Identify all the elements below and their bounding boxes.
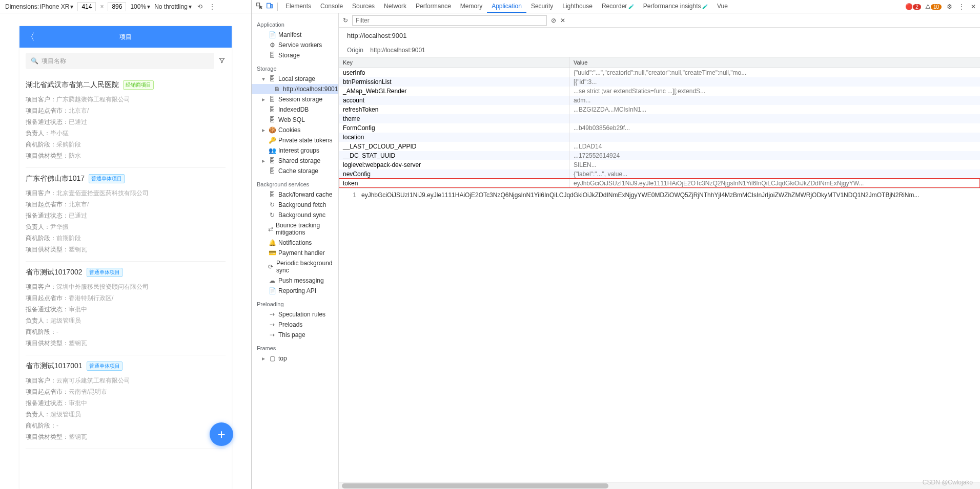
filter-input[interactable]	[352, 15, 547, 26]
rotate-icon[interactable]: ⟲	[196, 3, 204, 11]
warn-badge[interactable]: ⚠10	[925, 3, 942, 10]
sidebar-item[interactable]: ▸🗄Shared storage	[252, 156, 338, 166]
sidebar-item[interactable]: ▸🍪Cookies	[252, 125, 338, 135]
sidebar-item[interactable]: 🗎http://localhost:9001	[252, 84, 338, 94]
table-row[interactable]: _AMap_WebGLRender...se strict ;var exten…	[339, 87, 980, 96]
sidebar-item[interactable]: ⇢Preloads	[252, 320, 338, 330]
more-icon[interactable]: ⋮	[957, 2, 966, 11]
tab-vue[interactable]: Vue	[712, 1, 732, 13]
table-row[interactable]: nevConfig{"label":"...", value...	[339, 169, 980, 179]
sidebar-item[interactable]: 💳Payment handler	[252, 248, 338, 258]
project-item[interactable]: 广东省佛山市1017普通单体项目项目客户：北京壹佰壹拾壹医药科技有限公司项目起点…	[26, 168, 226, 262]
filter-icon[interactable]	[218, 57, 226, 66]
project-item[interactable]: 湖北省武汉市省第二人民医院经销商项目项目客户：广东腾越装饰工程有限公司项目起点省…	[26, 74, 226, 168]
sidebar-group: Storage	[252, 63, 338, 74]
throttle-dropdown[interactable]: No throttling▾	[154, 3, 192, 10]
tab-performance-insights[interactable]: Performance insights 🧪	[639, 1, 712, 13]
error-badge[interactable]: 🔴2	[905, 3, 921, 10]
sidebar-item[interactable]: 👥Interest groups	[252, 145, 338, 156]
tab-recorder[interactable]: Recorder 🧪	[597, 1, 639, 13]
table-row[interactable]: theme	[339, 114, 980, 123]
project-name: 湖北省武汉市省第二人民医院	[26, 80, 119, 90]
close-icon[interactable]: ✕	[970, 2, 977, 11]
sidebar-item[interactable]: ☁Push messaging	[252, 275, 338, 286]
tab-lighthouse[interactable]: Lighthouse	[558, 1, 597, 13]
tab-application[interactable]: Application	[487, 1, 526, 13]
tab-sources[interactable]: Sources	[348, 1, 379, 13]
table-row[interactable]: accountadm...	[339, 96, 980, 105]
cell-key: userInfo	[339, 68, 569, 77]
search-input[interactable]: 🔍 项目名称	[26, 53, 214, 69]
more-icon[interactable]: ⋮	[208, 3, 216, 11]
sidebar-item[interactable]: ⇢Speculation rules	[252, 309, 338, 320]
width-input[interactable]	[77, 2, 96, 11]
scroll-thumb[interactable]	[342, 483, 608, 488]
zoom-dropdown[interactable]: 100%▾	[130, 3, 150, 10]
inspect-icon[interactable]	[255, 1, 264, 12]
tab-performance[interactable]: Performance	[411, 1, 456, 13]
table-row[interactable]: userInfo{"uuid":"...","creatorId":null,"…	[339, 68, 980, 77]
table-row[interactable]: tokeneyJhbGciOiJSUzI1NiJ9.eyJle1111HAiOj…	[339, 179, 980, 188]
sidebar-item[interactable]: 🗄Cache storage	[252, 166, 338, 176]
table-row[interactable]: location	[339, 133, 980, 142]
sidebar-item[interactable]: 📄Manifest	[252, 30, 338, 40]
table-row[interactable]: btnPermissionList[{"id":3...	[339, 77, 980, 87]
tab-memory[interactable]: Memory	[456, 1, 487, 13]
table-row[interactable]: __LAST_DCLOUD_APPID...LDAD14	[339, 142, 980, 151]
close-icon[interactable]: ✕	[560, 17, 565, 24]
sidebar-item[interactable]: 🗄Storage	[252, 50, 338, 60]
table-row[interactable]: FormConfig...b49b03856eb29f...	[339, 123, 980, 133]
tab-elements[interactable]: Elements	[281, 1, 316, 13]
value-viewer[interactable]: 1eyJhbGciOiJSUzI1NiJ9.eyJle1111HAiOjE2OT…	[339, 188, 980, 482]
sidebar-item[interactable]: ↻Background fetch	[252, 200, 338, 210]
project-item[interactable]: 省市测试1017001普通单体项目项目客户：云南可乐建筑工程有限公司项目起点省市…	[26, 355, 226, 449]
sidebar-item[interactable]: 🔔Notifications	[252, 238, 338, 248]
refresh-icon[interactable]: ↻	[343, 17, 348, 24]
cell-key: token	[339, 179, 569, 188]
device-viewport: 〈 项目 🔍 项目名称 湖北省武汉市省第二人民医院经销商项目项目客户：广东腾越装…	[0, 13, 251, 489]
sidebar-item[interactable]: 🔑Private state tokens	[252, 135, 338, 145]
height-input[interactable]	[108, 2, 126, 11]
add-button[interactable]: +	[210, 422, 233, 446]
devtools: ElementsConsoleSourcesNetworkPerformance…	[251, 0, 980, 489]
sidebar-item[interactable]: ▸🗄Session storage	[252, 94, 338, 104]
cell-value: ...172552614924	[569, 151, 980, 160]
cell-value: eyJhbGciOiJSUzI1NiJ9.eyJle1111HAiOjE2OTc…	[569, 179, 980, 188]
col-value[interactable]: Value	[569, 57, 980, 68]
cell-value	[569, 133, 980, 142]
tab-console[interactable]: Console	[316, 1, 348, 13]
sidebar-item[interactable]: ▾🗄Local storage	[252, 74, 338, 84]
project-item[interactable]: 省市测试1017002普通单体项目项目客户：深圳中外服移民投资顾问有限公司项目起…	[26, 262, 226, 355]
sidebar-item[interactable]: ⇄Bounce tracking mitigations	[252, 220, 338, 238]
sidebar-item[interactable]: 🗄Web SQL	[252, 115, 338, 125]
back-icon[interactable]: 〈	[26, 31, 35, 43]
horizontal-scrollbar[interactable]	[339, 482, 980, 489]
field-row: 项目起点省市：北京市/	[26, 199, 226, 210]
device-toggle-icon[interactable]	[265, 1, 274, 12]
search-bar: 🔍 项目名称	[19, 48, 232, 74]
devtools-tabbar: ElementsConsoleSourcesNetworkPerformance…	[252, 0, 980, 13]
sidebar-item[interactable]: 🗄Back/forward cache	[252, 189, 338, 200]
dimensions-dropdown[interactable]: Dimensions: iPhone XR ▾	[5, 3, 73, 10]
sidebar-item[interactable]: ↻Background sync	[252, 210, 338, 220]
col-key[interactable]: Key	[339, 57, 569, 68]
tab-security[interactable]: Security	[526, 1, 558, 13]
clear-icon[interactable]: ⊘	[551, 17, 556, 24]
sidebar-item[interactable]: ⇢This page	[252, 330, 338, 340]
sidebar-item[interactable]: ⚙Service workers	[252, 40, 338, 50]
sidebar-item[interactable]: ▸▢top	[252, 353, 338, 364]
sidebar-item[interactable]: ⟳Periodic background sync	[252, 258, 338, 275]
cell-value: ...LDAD14	[569, 142, 980, 151]
project-name: 广东省佛山市1017	[26, 174, 85, 183]
sidebar-item[interactable]: 🗄IndexedDB	[252, 104, 338, 115]
tab-network[interactable]: Network	[379, 1, 411, 13]
settings-icon[interactable]: ⚙	[946, 2, 953, 11]
table-row[interactable]: __DC_STAT_UUID...172552614924	[339, 151, 980, 160]
project-name: 省市测试1017002	[26, 268, 83, 277]
field-row: 项目供材类型：塑钢瓦	[26, 244, 226, 255]
table-row[interactable]: refreshToken...BZGI2ZDA...MCIsInN1...	[339, 105, 980, 114]
sidebar-item[interactable]: 📄Reporting API	[252, 286, 338, 296]
origin-label: Origin	[347, 47, 363, 54]
application-main: ↻ ⊘ ✕ http://localhost:9001 Origin http:…	[339, 13, 980, 489]
table-row[interactable]: loglevel:webpack-dev-serverSILEN...	[339, 160, 980, 169]
